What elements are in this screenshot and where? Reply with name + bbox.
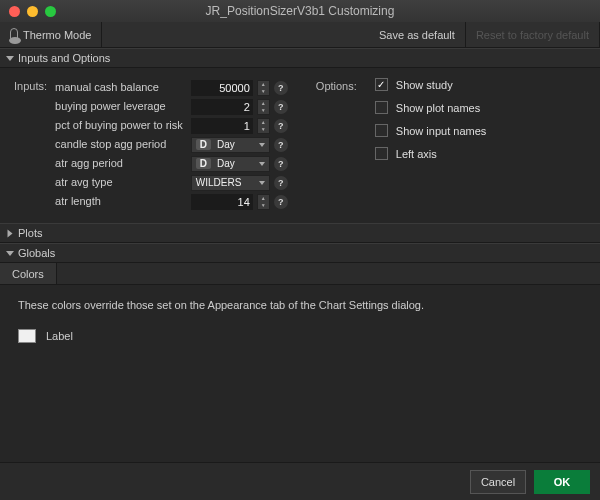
help-icon[interactable]: ? xyxy=(274,81,288,95)
param-dropdown[interactable]: DDay xyxy=(191,137,270,153)
thermo-mode-button[interactable]: Thermo Mode xyxy=(0,22,102,47)
param-row: DDay? xyxy=(191,154,288,173)
thermometer-icon xyxy=(10,28,18,42)
options-list: Show studyShow plot namesShow input name… xyxy=(375,78,487,211)
param-dropdown[interactable]: WILDERS xyxy=(191,175,270,191)
footer: Cancel OK xyxy=(0,462,600,500)
help-icon[interactable]: ? xyxy=(274,119,288,133)
globals-tabbar: Colors xyxy=(0,263,600,285)
globals-note: These colors override those set on the A… xyxy=(18,299,582,311)
section-header-inputs-options[interactable]: Inputs and Options xyxy=(0,48,600,68)
chevron-down-icon xyxy=(259,162,265,166)
param-dropdown[interactable]: DDay xyxy=(191,156,270,172)
checkbox[interactable] xyxy=(375,78,388,91)
checkbox[interactable] xyxy=(375,147,388,160)
param-row: DDay? xyxy=(191,135,288,154)
param-input[interactable] xyxy=(191,99,253,115)
dropdown-badge: D xyxy=(196,139,211,150)
help-icon[interactable]: ? xyxy=(274,195,288,209)
help-icon[interactable]: ? xyxy=(274,100,288,114)
option-label: Show plot names xyxy=(396,102,480,114)
thermo-mode-label: Thermo Mode xyxy=(23,29,91,41)
option-label: Left axis xyxy=(396,148,437,160)
param-input[interactable] xyxy=(191,194,253,210)
param-name: buying power leverage xyxy=(55,97,183,116)
save-as-default-button[interactable]: Save as default xyxy=(369,22,466,47)
param-row: ▲▼? xyxy=(191,78,288,97)
chevron-right-icon xyxy=(8,229,13,237)
help-icon[interactable]: ? xyxy=(274,157,288,171)
spinner[interactable]: ▲▼ xyxy=(257,99,270,115)
inputs-label: Inputs: xyxy=(14,78,47,211)
cancel-button[interactable]: Cancel xyxy=(470,470,526,494)
ok-button[interactable]: OK xyxy=(534,470,590,494)
options-label: Options: xyxy=(316,78,357,211)
section-header-globals[interactable]: Globals xyxy=(0,243,600,263)
reset-factory-button: Reset to factory default xyxy=(466,22,600,47)
option-row[interactable]: Show plot names xyxy=(375,101,487,114)
param-row: ▲▼? xyxy=(191,97,288,116)
dropdown-badge: D xyxy=(196,158,211,169)
param-value-column: ▲▼?▲▼?▲▼?DDay?DDay?WILDERS?▲▼? xyxy=(191,78,288,211)
option-row[interactable]: Show input names xyxy=(375,124,487,137)
toolbar: Thermo Mode Save as default Reset to fac… xyxy=(0,22,600,48)
param-row: ▲▼? xyxy=(191,116,288,135)
minimize-icon[interactable] xyxy=(27,6,38,17)
help-icon[interactable]: ? xyxy=(274,138,288,152)
param-name: atr agg period xyxy=(55,154,183,173)
option-label: Show input names xyxy=(396,125,487,137)
window-title: JR_PositionSizerV3b1 Customizing xyxy=(0,4,600,18)
spinner[interactable]: ▲▼ xyxy=(257,118,270,134)
color-swatch-row: Label xyxy=(18,329,582,343)
checkbox[interactable] xyxy=(375,101,388,114)
param-name: atr length xyxy=(55,192,183,211)
chevron-down-icon xyxy=(259,143,265,147)
param-row: ▲▼? xyxy=(191,192,288,211)
option-row[interactable]: Left axis xyxy=(375,147,487,160)
tab-colors[interactable]: Colors xyxy=(0,263,57,284)
chevron-down-icon xyxy=(6,56,14,61)
checkbox[interactable] xyxy=(375,124,388,137)
help-icon[interactable]: ? xyxy=(274,176,288,190)
param-name: manual cash balance xyxy=(55,78,183,97)
globals-body: These colors override those set on the A… xyxy=(0,285,600,462)
param-input[interactable] xyxy=(191,80,253,96)
swatch-label: Label xyxy=(46,330,73,342)
param-name: candle stop agg period xyxy=(55,135,183,154)
chevron-down-icon xyxy=(6,251,14,256)
param-name: pct of buying power to risk xyxy=(55,116,183,135)
section-header-plots[interactable]: Plots xyxy=(0,223,600,243)
label-color-swatch[interactable] xyxy=(18,329,36,343)
option-row[interactable]: Show study xyxy=(375,78,487,91)
param-row: WILDERS? xyxy=(191,173,288,192)
window-controls xyxy=(9,6,56,17)
option-label: Show study xyxy=(396,79,453,91)
spinner[interactable]: ▲▼ xyxy=(257,194,270,210)
zoom-icon[interactable] xyxy=(45,6,56,17)
spinner[interactable]: ▲▼ xyxy=(257,80,270,96)
param-name-column: manual cash balancebuying power leverage… xyxy=(55,78,183,211)
param-name: atr avg type xyxy=(55,173,183,192)
chevron-down-icon xyxy=(259,181,265,185)
inputs-options-body: Inputs: manual cash balancebuying power … xyxy=(0,68,600,223)
param-input[interactable] xyxy=(191,118,253,134)
titlebar: JR_PositionSizerV3b1 Customizing xyxy=(0,0,600,22)
close-icon[interactable] xyxy=(9,6,20,17)
